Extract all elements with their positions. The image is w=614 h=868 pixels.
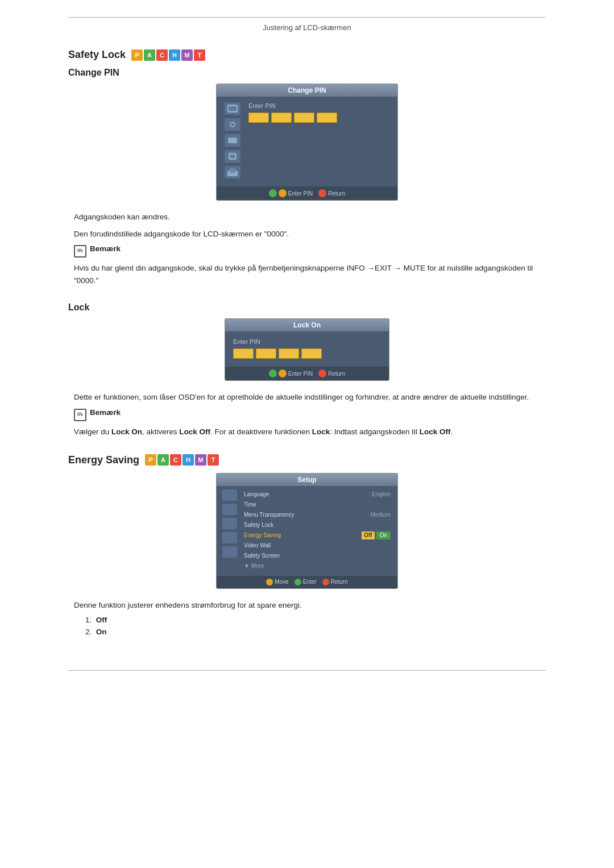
energy-saving-badges: P A C H M T: [145, 454, 219, 466]
menu-item-more: ▼ More: [243, 561, 392, 571]
menu-label-safety-lock: Safety Lock: [244, 521, 273, 529]
lock-return-circle: [318, 369, 326, 377]
lock-text1: Dette er funktionen, som låser OSD'en fo…: [74, 391, 546, 404]
safety-lock-badges: P A C H M T: [131, 49, 205, 61]
lock-pin-box-1: [233, 348, 254, 359]
green-circle: [269, 189, 277, 197]
es-badge-t: T: [208, 454, 219, 466]
lock-footer: Enter PIN Return: [225, 367, 389, 380]
menu-item-language: Language : English: [243, 489, 392, 500]
sidebar-icon-2: [225, 118, 240, 131]
setup-icon-3: [222, 518, 237, 529]
energy-on-value: On: [376, 531, 391, 539]
energy-saving-description: Denne funktion justerer enhedens strømfo…: [74, 599, 546, 612]
pin-box-3: [294, 113, 314, 123]
svg-point-3: [231, 123, 234, 126]
screen-sidebar: [225, 102, 240, 178]
menu-item-safety-screen: Safety Screen: [243, 551, 392, 561]
lock-footer-return-label: Return: [328, 371, 345, 377]
menu-label-language: Language: [244, 491, 269, 499]
es-footer-enter-label: Enter: [303, 579, 317, 585]
page-title: Justering af LCD-skærmen: [263, 23, 351, 32]
es-badge-h: H: [182, 454, 194, 466]
lock-footer-enter-label: Enter PIN: [288, 371, 313, 377]
lock-orange-circle: [279, 369, 287, 377]
orange-circle: [279, 189, 287, 197]
enter-pin-label: Enter PIN: [248, 102, 389, 109]
badge-m: M: [181, 49, 193, 61]
svg-rect-8: [230, 168, 235, 173]
svg-rect-6: [230, 155, 235, 158]
es-badge-a: A: [157, 454, 169, 466]
menu-label-time: Time: [244, 501, 256, 509]
footer-btn-green: Enter PIN: [269, 189, 313, 197]
setup-icon-1: [222, 489, 237, 501]
lock-pin-box-3: [279, 348, 299, 359]
energy-list-off: Off: [96, 616, 107, 624]
badge-h: H: [169, 49, 180, 61]
lock-green-circle: [269, 369, 277, 377]
lock-enter-pin-label: Enter PIN: [233, 338, 381, 345]
lock-screen-content: Enter PIN: [233, 338, 381, 361]
energy-saving-titlebar: Setup: [217, 474, 397, 486]
es-badge-c: C: [170, 454, 181, 466]
sidebar-icon-5: [225, 166, 240, 178]
es-footer-return: Return: [322, 579, 348, 585]
menu-label-safety-screen: Safety Screen: [244, 552, 280, 560]
es-badge-p: P: [145, 454, 156, 466]
pin-box-2: [271, 113, 292, 123]
safety-lock-heading: Safety Lock P A C H M T: [68, 49, 546, 61]
lock-screenshot: Lock On Enter PIN Enter PIN Retu: [225, 318, 389, 381]
energy-list-item-1: 1. Off: [85, 616, 546, 624]
lock-pin-boxes: [233, 348, 381, 359]
setup-sidebar: [222, 489, 237, 571]
es-return-icon: [322, 579, 329, 585]
menu-item-transparency: Menu Transparency : Medium: [243, 510, 392, 520]
setup-menu: Language : English Time Menu Transparenc…: [243, 489, 392, 571]
menu-item-video-wall: Video Wall: [243, 541, 392, 551]
es-footer-move: Move: [266, 579, 288, 585]
sidebar-icon-4: [225, 150, 240, 163]
sidebar-icon-1: [225, 102, 240, 115]
lock-pin-box-4: [301, 348, 322, 359]
setup-icon-4: [222, 532, 237, 543]
footer-return-label: Return: [328, 190, 345, 197]
menu-label-video-wall: Video Wall: [244, 542, 271, 550]
lock-note-label: Bemærk: [90, 408, 121, 417]
badge-a: A: [144, 49, 155, 61]
lock-note-icon: [74, 409, 86, 421]
badge-t: T: [194, 49, 205, 61]
es-footer-enter: Enter: [294, 579, 317, 585]
energy-off-value: Off: [362, 531, 374, 539]
change-pin-note-label: Bemærk: [90, 244, 121, 253]
page-header: Justering af LCD-skærmen: [68, 17, 546, 32]
es-footer-return-label: Return: [331, 579, 348, 585]
change-pin-note-text: Hvis du har glemt din adgangskode, skal …: [74, 262, 546, 286]
es-footer-move-label: Move: [275, 579, 288, 585]
pin-box-4: [317, 113, 337, 123]
change-pin-heading: Change PIN: [68, 68, 546, 78]
change-pin-screenshot: Change PIN Enter: [216, 84, 398, 201]
menu-value-language: : English: [369, 491, 391, 499]
change-pin-text1: Adgangskoden kan ændres.: [74, 211, 546, 223]
pin-box-1: [248, 113, 269, 123]
badge-c: C: [156, 49, 168, 61]
energy-saving-footer: Move Enter Return: [217, 576, 397, 588]
lock-heading: Lock: [68, 302, 546, 313]
energy-saving-title: Energy Saving: [68, 454, 139, 466]
es-enter-icon: [294, 579, 301, 585]
footer-btn-return: Return: [318, 189, 345, 197]
menu-item-time: Time: [243, 500, 392, 510]
note-icon: [74, 245, 86, 258]
menu-label-energy-saving: Energy Saving: [244, 531, 281, 539]
menu-item-energy-saving: Energy Saving Off On: [243, 530, 392, 541]
energy-saving-heading: Energy Saving P A C H M T: [68, 454, 546, 466]
energy-list-item-2: 2. On: [85, 628, 546, 636]
lock-footer-return: Return: [318, 369, 345, 377]
lock-footer-enter: Enter PIN: [269, 369, 313, 377]
energy-list-on: On: [96, 628, 107, 636]
return-circle: [318, 189, 326, 197]
svg-rect-1: [229, 106, 237, 111]
lock-note-text: Vælger du Lock On, aktiveres Lock Off. F…: [74, 426, 546, 438]
screen-content: Enter PIN: [248, 102, 389, 178]
